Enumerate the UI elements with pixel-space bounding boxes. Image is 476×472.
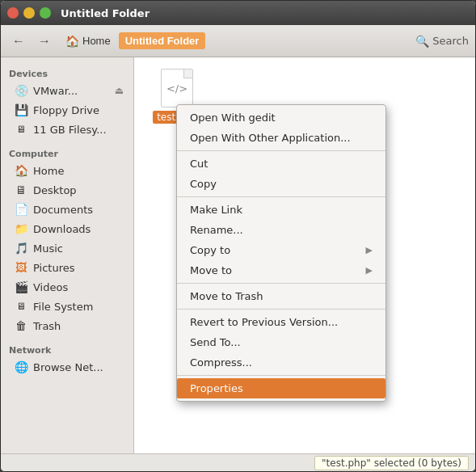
music-label: Music — [33, 242, 63, 255]
sidebar-item-file-system[interactable]: 🖥 File System — [4, 297, 130, 316]
documents-icon: 📄 — [14, 202, 28, 217]
filesystem-label: 11 GB Filesy... — [33, 124, 107, 136]
trash-icon: 🗑 — [14, 318, 28, 333]
main-area: Devices 💿 VMwar... ⏏ 💾 Floppy Drive 🖥 11… — [1, 57, 475, 453]
ctx-copy-to-arrow: ▶ — [366, 245, 373, 255]
toolbar: ← → 🏠 Home Untitled Folder 🔍 Search — [1, 25, 475, 57]
home-sidebar-label: Home — [33, 165, 64, 177]
search-area: 🔍 Search — [415, 35, 469, 48]
ctx-sep-3 — [177, 283, 385, 284]
search-label: Search — [432, 35, 469, 47]
sidebar-section-devices: Devices — [1, 64, 133, 81]
ctx-copy[interactable]: Copy — [177, 174, 385, 194]
desktop-label: Desktop — [33, 184, 77, 196]
sidebar-section-network: Network — [1, 340, 133, 357]
breadcrumb: 🏠 Home Untitled Folder — [59, 32, 412, 50]
ctx-copy-to-label: Copy to — [190, 244, 230, 256]
vmware-label: VMwar... — [33, 85, 78, 97]
ctx-compress-label: Compress... — [190, 356, 252, 369]
sidebar-item-floppy[interactable]: 💾 Floppy Drive — [4, 100, 130, 120]
sidebar-item-filesystem[interactable]: 🖥 11 GB Filesy... — [4, 120, 130, 139]
network-icon: 🌐 — [14, 360, 28, 374]
ctx-revert[interactable]: Revert to Previous Version... — [177, 312, 385, 332]
videos-label: Videos — [33, 281, 68, 293]
ctx-open-gedit-label: Open With gedit — [190, 112, 276, 124]
status-badge: "test.php" selected (0 bytes) — [314, 456, 469, 470]
sidebar-item-videos[interactable]: 🎬 Videos — [4, 277, 130, 297]
desktop-icon: 🖥 — [14, 183, 28, 197]
sidebar-item-music[interactable]: 🎵 Music — [4, 238, 130, 258]
ctx-properties[interactable]: Properties — [177, 378, 385, 398]
sidebar: Devices 💿 VMwar... ⏏ 💾 Floppy Drive 🖥 11… — [1, 57, 134, 453]
minimize-button[interactable] — [23, 7, 35, 19]
back-button[interactable]: ← — [7, 31, 30, 52]
sidebar-item-trash[interactable]: 🗑 Trash — [4, 316, 130, 335]
ctx-cut-label: Cut — [190, 158, 208, 170]
file-area[interactable]: </> test.php Open With gedit Open With O… — [134, 57, 475, 453]
ctx-cut[interactable]: Cut — [177, 154, 385, 174]
breadcrumb-current[interactable]: Untitled Folder — [119, 32, 206, 49]
floppy-icon: 💾 — [14, 103, 28, 117]
context-menu: Open With gedit Open With Other Applicat… — [176, 104, 386, 402]
forward-button[interactable]: → — [33, 31, 56, 52]
ctx-sep-1 — [177, 150, 385, 151]
downloads-label: Downloads — [33, 223, 91, 235]
ctx-sep-4 — [177, 309, 385, 310]
videos-icon: 🎬 — [14, 280, 28, 294]
statusbar: "test.php" selected (0 bytes) — [1, 453, 475, 471]
downloads-icon: 📁 — [14, 221, 28, 236]
music-icon: 🎵 — [14, 241, 28, 255]
file-icon: </> — [158, 67, 196, 109]
sidebar-section-computer: Computer — [1, 144, 133, 161]
ctx-open-gedit[interactable]: Open With gedit — [177, 107, 385, 128]
file-manager-window: Untitled Folder ← → 🏠 Home Untitled Fold… — [0, 0, 476, 472]
ctx-copy-to[interactable]: Copy to ▶ — [177, 240, 385, 260]
trash-label: Trash — [33, 320, 61, 332]
file-system-icon: 🖥 — [14, 299, 28, 314]
ctx-sep-2 — [177, 196, 385, 197]
pictures-label: Pictures — [33, 262, 74, 274]
floppy-label: Floppy Drive — [33, 104, 99, 116]
ctx-move-trash[interactable]: Move to Trash — [177, 286, 385, 306]
sidebar-item-home[interactable]: 🏠 Home — [4, 161, 130, 180]
vmware-icon: 💿 — [14, 83, 28, 98]
home-icon: 🏠 — [14, 163, 28, 178]
home-label: Home — [82, 35, 111, 47]
file-system-label: File System — [33, 301, 93, 313]
file-paper: </> — [161, 69, 193, 107]
ctx-revert-label: Revert to Previous Version... — [190, 316, 338, 328]
sidebar-item-downloads[interactable]: 📁 Downloads — [4, 219, 130, 238]
pictures-icon: 🖼 — [14, 260, 28, 275]
ctx-rename-label: Rename... — [190, 224, 243, 236]
ctx-move-trash-label: Move to Trash — [190, 290, 263, 302]
ctx-rename[interactable]: Rename... — [177, 220, 385, 240]
close-button[interactable] — [7, 7, 19, 19]
ctx-compress[interactable]: Compress... — [177, 352, 385, 373]
home-folder-icon: 🏠 — [65, 35, 79, 48]
ctx-send-to[interactable]: Send To... — [177, 332, 385, 352]
ctx-move-to-arrow: ▶ — [366, 265, 373, 276]
sidebar-item-browse-network[interactable]: 🌐 Browse Net... — [4, 357, 130, 377]
breadcrumb-home[interactable]: 🏠 Home — [59, 32, 117, 50]
ctx-move-to[interactable]: Move to ▶ — [177, 260, 385, 280]
ctx-send-to-label: Send To... — [190, 336, 241, 348]
maximize-button[interactable] — [40, 7, 51, 19]
sidebar-item-pictures[interactable]: 🖼 Pictures — [4, 258, 130, 277]
ctx-sep-5 — [177, 375, 385, 376]
ctx-open-other-label: Open With Other Application... — [190, 132, 351, 144]
sidebar-item-documents[interactable]: 📄 Documents — [4, 200, 130, 219]
ctx-copy-label: Copy — [190, 178, 217, 190]
sidebar-item-desktop[interactable]: 🖥 Desktop — [4, 180, 130, 200]
ctx-make-link[interactable]: Make Link — [177, 200, 385, 220]
browse-network-label: Browse Net... — [33, 361, 103, 373]
sidebar-item-vmware[interactable]: 💿 VMwar... ⏏ — [4, 81, 130, 100]
filesystem-icon: 🖥 — [14, 122, 28, 137]
search-icon: 🔍 — [415, 35, 429, 48]
ctx-make-link-label: Make Link — [190, 204, 242, 216]
window-title: Untitled Folder — [61, 7, 150, 19]
ctx-open-other[interactable]: Open With Other Application... — [177, 128, 385, 148]
titlebar: Untitled Folder — [1, 1, 475, 25]
eject-icon[interactable]: ⏏ — [115, 85, 124, 96]
ctx-move-to-label: Move to — [190, 264, 232, 276]
ctx-properties-label: Properties — [190, 382, 243, 394]
